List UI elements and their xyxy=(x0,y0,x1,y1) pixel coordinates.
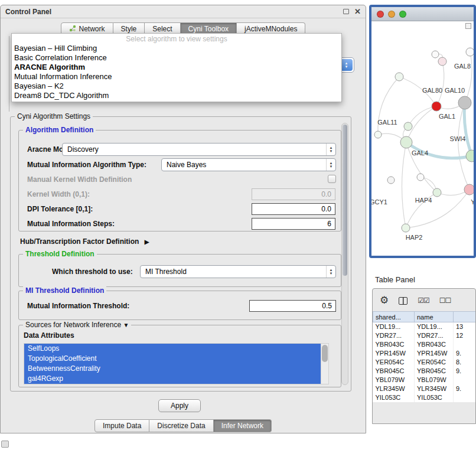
network-edge[interactable] xyxy=(464,103,472,156)
mi-type-combobox[interactable]: Naive Bayes ▲▼ xyxy=(161,158,336,171)
control-panel-titlebar[interactable]: Control Panel ✕ xyxy=(1,5,366,18)
table-settings-gear-icon[interactable]: ⚙ xyxy=(380,296,389,305)
column-header-shared[interactable]: shared... xyxy=(373,312,415,322)
network-node[interactable] xyxy=(438,57,446,66)
network-node[interactable] xyxy=(400,136,412,148)
network-node[interactable] xyxy=(432,102,441,111)
aracne-mode-combobox[interactable]: Discovery ▲▼ xyxy=(62,143,336,156)
algorithm-option[interactable]: Dream8 DC_TDC Algorithm xyxy=(12,91,341,100)
hidden-groupbox-edge xyxy=(9,36,9,112)
tab-label: Discretize Data xyxy=(157,422,205,430)
network-node[interactable] xyxy=(466,150,474,162)
network-window-titlebar[interactable] xyxy=(371,7,474,21)
network-node-label: GCY1 xyxy=(371,198,387,206)
scrollbar-thumb[interactable] xyxy=(322,345,328,362)
scrollbar-thumb[interactable] xyxy=(343,125,347,276)
algorithm-option[interactable]: ARACNE Algorithm xyxy=(12,63,341,72)
mi-threshold-input[interactable] xyxy=(249,300,336,312)
table-toolbar: ⚙ ☑☑ ☐☐ xyxy=(373,289,475,311)
network-canvas-area[interactable]: GAL8GAL80GAL10GAL11GAL1SWI4GAL4GCY1HAP4H… xyxy=(371,21,474,256)
table-row[interactable]: YPR145WYPR145W9. xyxy=(373,349,476,358)
table-body: YDL19...YDL19...13YDR27...YDR27...12YBR0… xyxy=(373,322,476,402)
table-row[interactable]: YBR043CYBR043C xyxy=(373,340,476,349)
zoom-traffic-light[interactable] xyxy=(399,11,406,18)
apply-button-label: Apply xyxy=(171,402,188,410)
network-edge[interactable] xyxy=(402,142,406,228)
close-icon[interactable]: ✕ xyxy=(354,9,361,15)
column-layout-icon[interactable] xyxy=(399,297,407,305)
threshold-definition-title: Threshold Definition xyxy=(23,250,97,258)
combobox-stepper-icon: ▲▼ xyxy=(326,144,335,155)
network-node[interactable] xyxy=(404,122,412,131)
network-edge[interactable] xyxy=(465,52,472,103)
window-title: Control Panel xyxy=(5,8,51,16)
network-node[interactable] xyxy=(402,224,410,232)
birdseye-toggle-icon[interactable] xyxy=(465,23,471,29)
network-node-label: GAL1 xyxy=(439,113,455,120)
attribute-item[interactable]: SelfLoops xyxy=(24,344,321,354)
settings-scrollbar[interactable] xyxy=(341,123,348,385)
network-node[interactable] xyxy=(374,131,382,138)
tab-impute-data[interactable]: Impute Data xyxy=(94,419,149,432)
minimize-traffic-light[interactable] xyxy=(388,11,395,18)
column-header-name[interactable]: name xyxy=(415,312,454,322)
dpi-tolerance-input[interactable] xyxy=(252,203,335,215)
algorithm-option[interactable]: Mutual Information Inference xyxy=(12,72,341,81)
collapse-down-icon[interactable]: ▼ xyxy=(123,322,129,328)
node-table: shared... name YDL19...YDL19...13YDR27..… xyxy=(373,311,476,402)
which-threshold-combobox[interactable]: MI Threshold ▲▼ xyxy=(140,265,336,278)
network-node[interactable] xyxy=(458,96,471,109)
algorithm-option[interactable]: Bayesian – K2 xyxy=(12,81,341,91)
network-edge[interactable] xyxy=(378,77,399,135)
mi-steps-input[interactable] xyxy=(252,218,335,230)
network-node[interactable] xyxy=(433,188,441,197)
network-node-label: HAP2 xyxy=(406,234,423,241)
combobox-stepper-icon[interactable]: ▲▼ xyxy=(340,59,353,71)
network-node[interactable] xyxy=(417,174,424,181)
table-row[interactable]: YLR345WYLR345W9. xyxy=(373,384,476,393)
tab-label: jActiveMNodules xyxy=(244,25,297,33)
table-row[interactable]: YIL053CYIL053C xyxy=(373,393,476,402)
desktop: Control Panel ✕ Network Style xyxy=(0,0,476,450)
network-node[interactable] xyxy=(395,73,403,81)
table-row[interactable]: YDL19...YDL19...13 xyxy=(373,322,476,331)
algorithm-option[interactable]: Basic Correlation Inference xyxy=(12,53,341,63)
attribute-item[interactable]: BetweennessCentrality xyxy=(24,364,321,374)
which-threshold-label: Which threshold to use: xyxy=(52,268,133,276)
tab-discretize-data[interactable]: Discretize Data xyxy=(149,419,213,432)
combobox-stepper-icon: ▲▼ xyxy=(326,159,335,171)
mi-threshold-group: MI Threshold Definition Mutual Informati… xyxy=(18,291,341,320)
network-canvas[interactable]: GAL8GAL80GAL10GAL11GAL1SWI4GAL4GCY1HAP4H… xyxy=(371,21,474,256)
table-panel-window: ⚙ ☑☑ ☐☐ shared... name YDL19...YDL19...1… xyxy=(372,288,476,424)
data-attributes-list[interactable]: SelfLoopsTopologicalCoefficientBetweenne… xyxy=(24,343,329,384)
expand-right-icon[interactable]: ▶ xyxy=(145,239,149,245)
close-traffic-light[interactable] xyxy=(377,11,384,18)
network-node-label: GAL80 xyxy=(422,87,442,94)
algorithm-option[interactable]: Bayesian – Hill Climbing xyxy=(12,44,341,53)
network-node[interactable] xyxy=(432,51,439,58)
table-row[interactable]: YBL079WYBL079W xyxy=(373,376,476,384)
network-node[interactable] xyxy=(466,48,474,56)
attribute-item[interactable]: gal4RGexp xyxy=(24,374,321,384)
apply-button[interactable]: Apply xyxy=(158,399,201,412)
kernel-width-input[interactable] xyxy=(252,188,335,200)
column-header-extra[interactable] xyxy=(454,312,476,322)
network-edge[interactable] xyxy=(436,61,444,106)
table-row[interactable]: YDR27...YDR27...12 xyxy=(373,331,476,340)
dpi-tolerance-label: DPI Tolerance [0,1]: xyxy=(27,205,93,213)
network-node-label: SWI4 xyxy=(450,135,466,142)
tab-infer-network[interactable]: Infer Network xyxy=(214,419,272,432)
manual-kernel-checkbox[interactable] xyxy=(328,175,336,183)
tab-label: Impute Data xyxy=(103,422,141,430)
attributes-scrollbar[interactable] xyxy=(321,344,328,384)
float-window-icon[interactable] xyxy=(343,9,349,14)
select-all-columns-icon[interactable]: ☑☑ xyxy=(418,296,429,305)
network-node[interactable] xyxy=(464,184,474,195)
network-node-label: GAL8 xyxy=(454,63,471,70)
table-row[interactable]: YBR045CYBR045C9. xyxy=(373,367,476,376)
attribute-item[interactable]: TopologicalCoefficient xyxy=(24,354,321,364)
network-node[interactable] xyxy=(387,177,395,184)
deselect-all-columns-icon[interactable]: ☐☐ xyxy=(439,296,451,305)
table-row[interactable]: YER054CYER054C8. xyxy=(373,358,476,367)
minimized-panel-icon[interactable] xyxy=(1,441,9,448)
